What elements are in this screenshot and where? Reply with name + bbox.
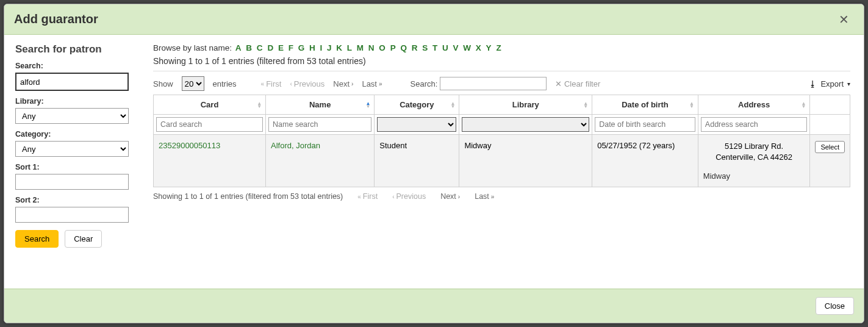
showing-entries-bottom: Showing 1 to 1 of 1 entries (filtered fr… — [153, 192, 343, 201]
table-footer: Showing 1 to 1 of 1 entries (filtered fr… — [153, 192, 850, 201]
col-dob[interactable]: Date of birth ▲▼ — [592, 95, 698, 115]
modal-header: Add guarantor ✕ — [4, 4, 864, 35]
table-search-input[interactable] — [440, 77, 547, 90]
alpha-link-q[interactable]: Q — [400, 43, 407, 52]
alpha-link-i[interactable]: I — [320, 43, 322, 52]
alpha-link-z[interactable]: Z — [496, 43, 501, 52]
col-address[interactable]: Address ▲▼ — [698, 95, 810, 115]
col-name[interactable]: Name ▲▼ — [266, 95, 375, 115]
col-category[interactable]: Category ▲▼ — [375, 95, 459, 115]
modal-body: Search for patron Search: Library: Any C… — [4, 35, 864, 289]
results-panel: Browse by last name: A B C D E F G H I J… — [145, 35, 864, 289]
col-library[interactable]: Library ▲▼ — [459, 95, 592, 115]
alpha-link-s[interactable]: S — [422, 43, 428, 52]
pager-next[interactable]: Next› — [333, 79, 353, 88]
cell-dob: 05/27/1952 (72 years) — [592, 135, 698, 187]
sort1-input[interactable] — [15, 174, 129, 190]
clear-button[interactable]: Clear — [65, 230, 102, 248]
cell-library: Midway — [459, 135, 592, 187]
download-icon: ⭳ — [809, 79, 817, 88]
show-label-pre: Show — [153, 79, 173, 88]
alpha-link-e[interactable]: E — [278, 43, 284, 52]
filter-card-input[interactable] — [156, 117, 263, 132]
library-select[interactable]: Any — [15, 108, 129, 124]
filter-category-select[interactable] — [377, 117, 456, 132]
search-button[interactable]: Search — [15, 230, 59, 248]
alpha-link-b[interactable]: B — [246, 43, 252, 52]
alpha-link-d[interactable]: D — [267, 43, 273, 52]
sidebar-heading: Search for patron — [15, 43, 134, 56]
sort2-input[interactable] — [15, 207, 129, 223]
search-inline-label: Search: — [411, 79, 438, 88]
filter-name-input[interactable] — [268, 117, 371, 132]
alpha-link-u[interactable]: U — [442, 43, 448, 52]
browse-by-name: Browse by last name: A B C D E F G H I J… — [153, 43, 850, 52]
alpha-link-c[interactable]: C — [257, 43, 263, 52]
close-button[interactable]: Close — [816, 297, 854, 315]
alpha-link-w[interactable]: W — [463, 43, 471, 52]
alpha-link-y[interactable]: Y — [486, 43, 492, 52]
x-icon: ✕ — [555, 79, 562, 88]
filter-address-input[interactable] — [701, 117, 808, 132]
alpha-link-t[interactable]: T — [432, 43, 437, 52]
cell-category: Student — [375, 135, 459, 187]
alpha-link-v[interactable]: V — [453, 43, 459, 52]
cell-address: 5129 Library Rd. Centerville, CA 44262 M… — [698, 135, 810, 187]
library-label: Library: — [15, 97, 134, 106]
category-select[interactable]: Any — [15, 141, 129, 157]
sort2-label: Sort 2: — [15, 196, 134, 204]
alpha-link-f[interactable]: F — [289, 43, 293, 52]
alpha-link-k[interactable]: K — [336, 43, 342, 52]
pager-next-bottom[interactable]: Next› — [440, 192, 460, 201]
modal-footer: Close — [4, 289, 864, 323]
alpha-link-a[interactable]: A — [235, 43, 242, 52]
pager-first[interactable]: «First — [261, 79, 282, 88]
cell-card[interactable]: 23529000050113 — [159, 141, 220, 150]
export-button[interactable]: ⭳ Export ▾ — [809, 79, 850, 88]
alpha-link-l[interactable]: L — [347, 43, 352, 52]
showing-entries-top: Showing 1 to 1 of 1 entries (filtered fr… — [153, 56, 850, 68]
sort1-label: Sort 1: — [15, 163, 134, 171]
alpha-link-h[interactable]: H — [309, 43, 315, 52]
category-label: Category: — [15, 130, 134, 138]
alpha-link-m[interactable]: M — [357, 43, 364, 52]
pager-first-bottom[interactable]: «First — [357, 192, 378, 201]
address-sub: Midway — [703, 171, 805, 181]
col-card[interactable]: Card ▲▼ — [154, 95, 266, 115]
select-button[interactable]: Select — [815, 141, 845, 153]
search-label: Search: — [15, 62, 134, 70]
col-actions — [810, 95, 850, 115]
browse-label: Browse by last name: — [153, 43, 232, 52]
chevron-down-icon: ▾ — [847, 81, 850, 87]
alpha-link-o[interactable]: O — [379, 43, 386, 52]
alpha-link-j[interactable]: J — [327, 43, 332, 52]
close-icon[interactable]: ✕ — [834, 10, 854, 29]
divider — [153, 71, 850, 71]
alpha-link-x[interactable]: X — [476, 43, 481, 52]
pager-last-bottom[interactable]: Last» — [475, 192, 494, 201]
clear-filter-button[interactable]: ✕ Clear filter — [555, 79, 600, 88]
pager-previous-bottom[interactable]: ‹Previous — [392, 192, 426, 201]
address-line2: Centerville, CA 44262 — [703, 152, 805, 163]
filter-library-select[interactable] — [462, 117, 589, 132]
entries-per-page-select[interactable]: 20 — [182, 76, 204, 91]
pager-last[interactable]: Last» — [362, 79, 382, 88]
filter-dob-input[interactable] — [595, 117, 695, 132]
alpha-link-r[interactable]: R — [412, 43, 418, 52]
alpha-link-n[interactable]: N — [368, 43, 375, 52]
add-guarantor-modal: Add guarantor ✕ Search for patron Search… — [4, 4, 864, 323]
modal-title: Add guarantor — [14, 12, 98, 26]
address-line1: 5129 Library Rd. — [703, 141, 805, 152]
alpha-link-g[interactable]: G — [298, 43, 305, 52]
results-table: Card ▲▼ Name ▲▼ Category ▲▼ Library — [153, 95, 850, 187]
search-sidebar: Search for patron Search: Library: Any C… — [4, 35, 145, 289]
cell-name[interactable]: Alford, Jordan — [271, 141, 320, 150]
search-input[interactable] — [15, 73, 129, 91]
table-toolbar: Show 20 entries «First ‹Previous Next› L… — [153, 76, 850, 91]
show-label-post: entries — [213, 79, 237, 88]
pager-previous[interactable]: ‹Previous — [290, 79, 325, 88]
alpha-link-p[interactable]: P — [390, 43, 396, 52]
table-row: 23529000050113 Alford, Jordan Student Mi… — [154, 135, 850, 187]
